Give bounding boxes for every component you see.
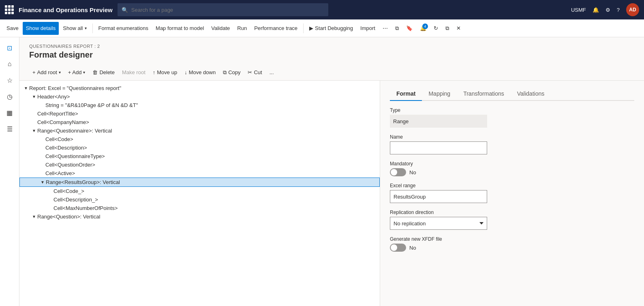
tree-item[interactable]: Cell<MaxNumberOfPoints> (19, 204, 380, 212)
notification-icon[interactable]: 🔔 (593, 7, 599, 13)
move-up-button[interactable]: ↑ Move up (150, 67, 180, 78)
app-grid-icon[interactable] (5, 5, 14, 14)
more-cmd-button[interactable]: ⋯ (379, 22, 391, 35)
generate-xfdf-value: No (409, 245, 416, 251)
table-icon[interactable]: ▦ (2, 105, 17, 120)
tree-item[interactable]: Cell<QuestionnaireType> (19, 152, 380, 160)
type-value: Range (390, 115, 487, 128)
tab-mapping[interactable]: Mapping (422, 87, 457, 101)
replication-direction-select[interactable]: No replicationVerticalHorizontal (390, 217, 487, 230)
name-input[interactable] (390, 141, 487, 154)
mandatory-toggle[interactable] (390, 168, 406, 176)
tree-item[interactable]: Cell<CompanyName> (19, 118, 380, 126)
tree-arrow[interactable]: ▼ (39, 180, 46, 184)
tree-text: Cell<Description> (45, 145, 377, 151)
bookmark-icon-button[interactable]: 🔖 (403, 22, 416, 35)
tree-item[interactable]: Cell<Active> (19, 169, 380, 178)
mandatory-value: No (409, 169, 416, 175)
mandatory-toggle-knob (391, 169, 397, 175)
generate-xfdf-label: Generate new XFDF file (390, 236, 634, 242)
tree-item[interactable]: ▼Report: Excel = "Questionnaires report" (19, 84, 380, 92)
help-icon[interactable]: ? (617, 7, 620, 13)
generate-xfdf-toggle-row: No (390, 244, 634, 252)
search-icon: 🔍 (122, 7, 128, 13)
refresh-button[interactable]: ↻ (430, 22, 441, 35)
performance-trace-button[interactable]: Performance trace (251, 22, 301, 35)
add-root-button[interactable]: + Add root ▾ (29, 67, 64, 78)
tree-item[interactable]: Cell<Code_> (19, 187, 380, 195)
avatar[interactable]: AD (626, 3, 639, 16)
tabs: FormatMappingTransformationsValidations (390, 87, 634, 101)
tree-item[interactable]: Cell<QuestionOrder> (19, 160, 380, 169)
add-root-label: Add root (37, 69, 57, 75)
format-enumerations-button[interactable]: Format enumerations (95, 22, 152, 35)
validate-button[interactable]: Validate (208, 22, 233, 35)
list-icon[interactable]: ☰ (2, 122, 17, 136)
filter-icon[interactable]: ⊡ (2, 41, 17, 55)
app-title: Finance and Operations Preview (19, 6, 113, 13)
show-all-label: Show all (63, 25, 83, 31)
separator-1 (92, 24, 93, 33)
cut-button[interactable]: ✂ Cut (244, 67, 265, 78)
search-bar[interactable]: 🔍 (118, 3, 328, 16)
run-button[interactable]: Run (234, 22, 250, 35)
tree-arrow[interactable]: ▼ (31, 94, 37, 99)
tree-text: Cell<Code> (45, 136, 377, 142)
tree-item[interactable]: Cell<ReportTitle> (19, 109, 380, 118)
tree-item[interactable]: Cell<Code> (19, 135, 380, 143)
tree-text: Cell<QuestionOrder> (45, 162, 377, 168)
close-button[interactable]: ✕ (453, 22, 464, 35)
map-format-button[interactable]: Map format to model (152, 22, 207, 35)
move-up-label: Move up (157, 69, 177, 75)
tab-transformations[interactable]: Transformations (457, 87, 511, 101)
tree-text: Cell<QuestionnaireType> (45, 153, 377, 159)
add-label: + Add (68, 69, 82, 75)
show-details-button[interactable]: Show details (23, 22, 59, 35)
copy-button[interactable]: ⧉ Copy (220, 67, 244, 78)
more-toolbar-button[interactable]: ... (266, 67, 277, 78)
notifications-cmd-button[interactable]: 🔔4 (417, 22, 430, 35)
puzzle-icon-button[interactable]: ⧉ (392, 22, 402, 35)
tab-validations[interactable]: Validations (511, 87, 551, 101)
add-button[interactable]: + Add ▾ (65, 67, 89, 78)
excel-range-input[interactable] (390, 190, 487, 203)
tree-text: Cell<MaxNumberOfPoints> (53, 205, 377, 211)
breadcrumb: QUESTIONNAIRES REPORT : 2 (29, 44, 634, 49)
popout-button[interactable]: ⧉ (442, 22, 452, 35)
import-button[interactable]: Import (357, 22, 379, 35)
add-root-chevron: ▾ (59, 70, 61, 75)
star-icon[interactable]: ☆ (2, 73, 17, 88)
tree-item[interactable]: ▼Range<Question>: Vertical (19, 212, 380, 221)
show-all-chevron: ▾ (85, 26, 87, 30)
move-down-button[interactable]: ↓ Move down (181, 67, 219, 78)
home-icon[interactable]: ⌂ (2, 57, 17, 71)
mandatory-label: Mandatory (390, 161, 634, 167)
tree-item[interactable]: ▼Range<Questionnaire>: Vertical (19, 126, 380, 135)
copy-label: Copy (228, 69, 240, 75)
show-all-button[interactable]: Show all ▾ (60, 22, 90, 35)
save-button[interactable]: Save (3, 22, 22, 35)
generate-xfdf-field-group: Generate new XFDF file No (390, 236, 634, 252)
settings-icon[interactable]: ⚙ (605, 7, 610, 13)
tree-arrow[interactable]: ▼ (31, 128, 37, 133)
tree-text: String = "&R&10Page &P of &N &D &T" (45, 102, 377, 108)
top-right: USMF 🔔 ⚙ ? AD (571, 3, 639, 16)
tree-item[interactable]: ▼Header<Any> (19, 92, 380, 101)
clock-icon[interactable]: ◷ (2, 89, 17, 104)
tree-arrow[interactable]: ▼ (31, 214, 37, 219)
delete-button[interactable]: 🗑 Delete (89, 67, 118, 78)
make-root-button[interactable]: Make root (119, 67, 149, 78)
tree-item[interactable]: Cell<Description_> (19, 195, 380, 204)
start-debugging-button[interactable]: ▶ Start Debugging (306, 22, 356, 35)
tree-item[interactable]: Cell<Description> (19, 143, 380, 152)
search-input[interactable] (131, 7, 324, 13)
tree-panel: ▼Report: Excel = "Questionnaires report"… (19, 81, 380, 306)
generate-xfdf-toggle[interactable] (390, 244, 406, 252)
tree-item[interactable]: ▼Range<ResultsGroup>: Vertical (19, 178, 380, 187)
tree-item[interactable]: String = "&R&10Page &P of &N &D &T" (19, 101, 380, 109)
tree-arrow[interactable]: ▼ (23, 86, 29, 90)
sidebar: ⊡ ⌂ ☆ ◷ ▦ ☰ (0, 37, 19, 306)
tab-format[interactable]: Format (390, 87, 422, 101)
name-field-group: Name (390, 134, 634, 154)
tree-text: Cell<CompanyName> (37, 119, 377, 125)
